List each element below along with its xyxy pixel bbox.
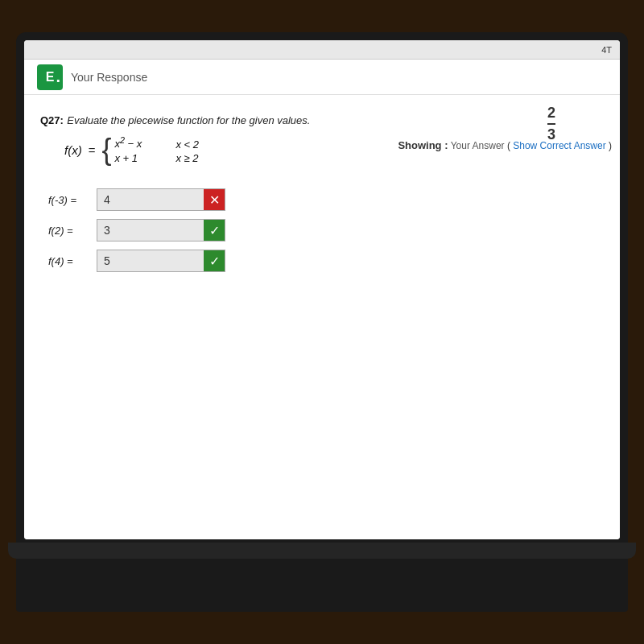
equals-sign: =: [89, 143, 96, 157]
answer-field-f-2[interactable]: 3 ✓: [97, 219, 225, 242]
value-f-neg3: 4: [104, 193, 218, 206]
status-icons: 4T: [601, 45, 612, 55]
answer-field-f-4[interactable]: 5 ✓: [97, 250, 225, 272]
left-brace: {: [101, 135, 111, 164]
input-row-2: f(2) = 3 ✓: [48, 219, 604, 242]
fraction-numerator: 2: [547, 105, 555, 125]
show-correct-answer-link[interactable]: Show Correct Answer: [513, 140, 605, 151]
answer-field-f-neg3[interactable]: 4 ✕: [97, 188, 225, 211]
correct-icon-1: ✓: [204, 220, 225, 241]
app-logo: E: [37, 64, 63, 90]
header-title: Your Response: [71, 71, 147, 84]
status-bar: 4T: [24, 40, 620, 60]
incorrect-icon: ✕: [204, 189, 225, 210]
correct-icon-2: ✓: [204, 250, 225, 271]
laptop-base: [8, 543, 636, 559]
function-notation: f(x): [64, 143, 82, 157]
input-row-3: f(4) = 5 ✓: [48, 250, 604, 272]
screen: 4T E Your Response 2 3 Showing : Your An…: [24, 40, 620, 539]
case-2-expr: x + 1: [114, 152, 171, 164]
question-section: Q27: Evaluate the piecewise function for…: [40, 113, 604, 164]
case-1-expr: x2 − x: [114, 135, 171, 150]
fraction-display: 2 3: [547, 105, 555, 143]
input-row-1: f(-3) = 4 ✕: [48, 188, 604, 211]
case-2: x + 1 x ≥ 2: [114, 152, 199, 164]
value-f-4: 5: [104, 254, 218, 267]
label-f-neg3: f(-3) =: [48, 194, 97, 206]
showing-bar: Showing : Your Answer ( Show Correct Ans…: [398, 139, 612, 151]
case-1-cond: x < 2: [175, 138, 199, 151]
label-f-2: f(2) =: [48, 225, 97, 237]
value-f-2: 3: [104, 224, 218, 237]
app-header: E Your Response: [24, 60, 620, 95]
question-number: Q27:: [40, 114, 64, 126]
case-1: x2 − x x < 2: [114, 135, 199, 150]
your-answer-label: Your Answer: [451, 140, 505, 151]
brace-container: { x2 − x x < 2: [101, 135, 199, 164]
inputs-section: f(-3) = 4 ✕ f(2) = 3 ✓ f(4) =: [40, 188, 604, 272]
main-content: 2 3 Showing : Your Answer ( Show Correct…: [24, 95, 620, 539]
piecewise-cases: x2 − x x < 2 x + 1: [114, 135, 199, 163]
showing-label: Showing :: [398, 139, 448, 151]
case-2-cond: x ≥ 2: [175, 152, 198, 164]
question-text: Evaluate the piecewise function for the …: [67, 114, 310, 126]
laptop-frame: 4T E Your Response 2 3 Showing : Your An…: [16, 32, 628, 612]
label-f-4: f(4) =: [48, 255, 97, 267]
